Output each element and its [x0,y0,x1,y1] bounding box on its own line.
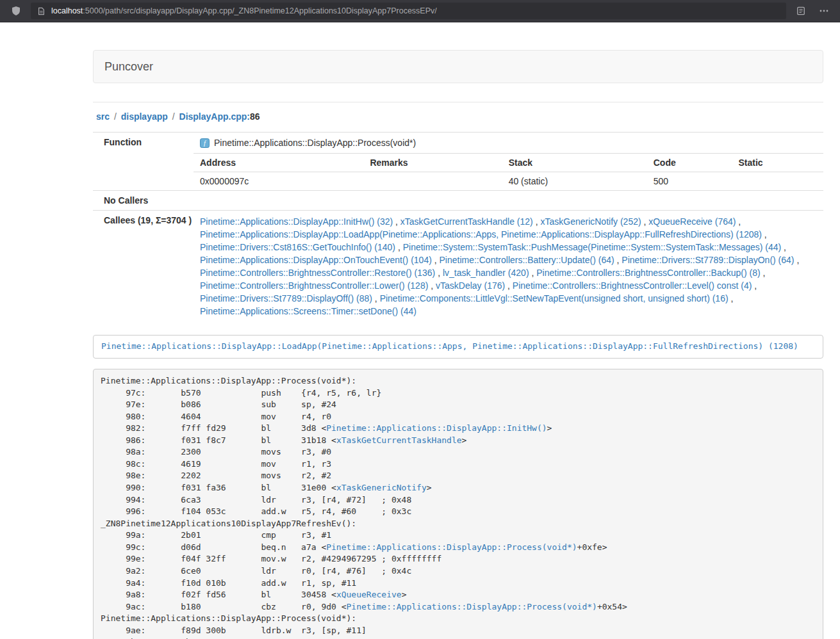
url-host: localhost [51,6,83,15]
breadcrumb-line-number: 86 [250,111,260,122]
callee-link[interactable]: Pinetime::Applications::Screens::Timer::… [200,306,416,316]
url-path: :5000/path/src/displayapp/DisplayApp.cpp… [83,6,436,15]
highlighted-callee-link[interactable]: Pinetime::Applications::DisplayApp::Load… [101,341,798,351]
no-callers-row: No Callers [93,191,823,211]
callee-link[interactable]: Pinetime::Applications::DisplayApp::Load… [200,229,762,239]
callees-list: Pinetime::Applications::DisplayApp::Init… [194,211,823,323]
stats-data-row: 0x0000097c40 (static)500 [194,172,823,191]
callee-link[interactable]: Pinetime::System::SystemTask::PushMessag… [403,242,782,252]
disasm-symbol-link[interactable]: xTaskGetCurrentTaskHandle [336,435,462,445]
callees-row: Callees (19, Σ=3704 ) Pinetime::Applicat… [93,211,823,323]
callee-link[interactable]: lv_task_handler (420) [443,268,529,278]
stats-value [363,172,502,191]
function-icon-glyph: f [200,138,210,148]
no-callers-label: No Callers [93,191,194,211]
callee-link[interactable]: Pinetime::Controllers::Battery::Update()… [440,255,614,265]
callee-link[interactable]: Pinetime::Components::LittleVgl::SetNewT… [380,293,729,303]
callee-link[interactable]: Pinetime::Controllers::BrightnessControl… [513,280,752,291]
page-info-icon-glyph [37,7,45,15]
page-info-icon[interactable] [37,7,45,15]
stats-header: Static [732,154,823,172]
shield-icon-glyph [11,6,21,16]
navbar: Puncover [93,50,823,83]
function-label: Function [93,133,194,191]
disasm-symbol-link[interactable]: xTaskGenericNotify [336,483,427,492]
callee-link[interactable]: vTaskDelay (176) [436,280,505,291]
browser-toolbar: localhost:5000/path/src/displayapp/Displ… [0,0,840,22]
callee-link[interactable]: Pinetime::Controllers::BrightnessControl… [200,280,428,291]
function-signature-line: f Pinetime::Applications::DisplayApp::Pr… [194,133,823,153]
disasm-symbol-link[interactable]: Pinetime::Applications::DisplayApp::Proc… [347,602,597,611]
disasm-symbol-link[interactable]: Pinetime::Applications::DisplayApp::Proc… [326,542,577,552]
function-icon: f [200,138,210,148]
breadcrumb-separator: / [110,111,121,122]
stats-value [732,172,823,191]
function-row: Function f Pinetime::Applications::Displ… [93,133,823,191]
stats-header: Remarks [363,154,502,172]
brand-link[interactable]: Puncover [104,60,153,74]
stats-header: Code [647,154,732,172]
stats-value: 0x0000097c [194,172,363,191]
callee-link[interactable]: Pinetime::Drivers::Cst816S::GetTouchInfo… [200,242,395,252]
stats-header: Address [194,154,363,172]
callees-label: Callees (19, Σ=3704 ) [93,211,194,323]
no-callers-cell [194,191,823,211]
stats-table: AddressRemarksStackCodeStatic 0x0000097c… [194,153,823,190]
highlighted-callee-box: Pinetime::Applications::DisplayApp::Load… [93,335,823,359]
page-content: Puncover src / displayapp / DisplayApp.c… [93,50,823,639]
page-actions-icon-glyph [819,6,829,16]
callee-link[interactable]: Pinetime::Applications::DisplayApp::OnTo… [200,255,432,265]
breadcrumb: src / displayapp / DisplayApp.cpp:86 [96,111,823,122]
breadcrumb-link[interactable]: src [96,111,110,122]
disassembly-block: Pinetime::Applications::DisplayApp::Proc… [93,369,823,639]
shield-icon[interactable] [8,3,24,19]
callee-link[interactable]: xQueueReceive (764) [648,216,736,227]
callee-link[interactable]: xTaskGetCurrentTaskHandle (12) [400,216,533,227]
breadcrumb-separator: / [168,111,179,122]
stats-header: Stack [502,154,647,172]
page-actions-icon[interactable] [816,3,832,19]
breadcrumb-link[interactable]: DisplayApp.cpp: [179,111,250,122]
breadcrumb-link[interactable]: displayapp [121,111,168,122]
disasm-symbol-link[interactable]: xQueueReceive [336,590,402,599]
function-name: Pinetime::Applications::DisplayApp::Proc… [214,138,416,148]
callee-link[interactable]: Pinetime::Drivers::St7789::DisplayOff() … [200,293,372,303]
callee-link[interactable]: Pinetime::Controllers::BrightnessControl… [536,268,760,278]
callee-link[interactable]: Pinetime::Applications::DisplayApp::Init… [200,216,393,227]
callee-link[interactable]: Pinetime::Drivers::St7789::DisplayOn() (… [622,255,794,265]
stats-header-row: AddressRemarksStackCodeStatic [194,154,823,172]
stats-value: 500 [647,172,732,191]
callee-link[interactable]: Pinetime::Controllers::BrightnessControl… [200,268,435,278]
reader-view-icon[interactable] [793,3,809,19]
symbol-table: Function f Pinetime::Applications::Displ… [93,132,823,322]
callee-link[interactable]: xTaskGenericNotify (252) [540,216,641,227]
function-cell: f Pinetime::Applications::DisplayApp::Pr… [194,133,823,191]
stats-value: 40 (static) [502,172,647,191]
disasm-symbol-link[interactable]: Pinetime::Applications::DisplayApp::Init… [326,423,547,433]
url-bar[interactable]: localhost:5000/path/src/displayapp/Displ… [31,3,786,19]
divider [93,102,823,102]
url-text: localhost:5000/path/src/displayapp/Displ… [51,6,437,15]
reader-view-icon-glyph [796,6,805,15]
